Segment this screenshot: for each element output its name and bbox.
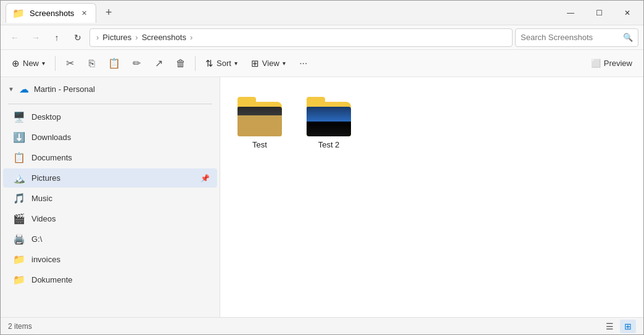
command-separator-1 [55,56,56,71]
new-button[interactable]: ⊕ New ▾ [6,55,51,72]
item-count: 2 items [8,322,32,331]
sidebar-label-pictures: Pictures [31,173,60,183]
folder-preview-test2 [307,107,351,136]
address-sep-2: › [190,33,192,42]
sidebar-item-music[interactable]: 🎵 Music 📌 [3,189,217,208]
folder-front-test [237,107,282,136]
sort-label: Sort [217,59,231,68]
search-input[interactable] [521,33,619,42]
status-bar: 2 items ☰ ⊞ [1,317,643,334]
folder-test[interactable]: Test [230,87,289,154]
sidebar-label-music: Music [31,194,52,203]
address-bar[interactable]: › Pictures › Screenshots › [89,28,513,47]
tab-close-button[interactable]: ✕ [79,8,89,19]
view-label: View [262,59,279,68]
sidebar-item-gdrive[interactable]: 🖨️ G:\ 📌 [3,230,217,249]
file-area: Test Test 2 [220,77,643,317]
tab-folder-icon: 📁 [12,7,25,19]
preview-icon: ⬜ [591,59,601,68]
folder-label-test2: Test 2 [318,140,340,149]
navigation-bar: ← → ↑ ↻ › Pictures › Screenshots › 🔍 [1,25,643,50]
maximize-button[interactable]: ☐ [585,3,613,23]
back-button[interactable]: ← [6,28,24,47]
cut-button[interactable]: ✂ [59,53,80,74]
new-tab-button[interactable]: + [100,4,117,22]
new-label: New [23,59,39,68]
copy-button[interactable]: ⎘ [81,53,102,74]
command-bar: ⊕ New ▾ ✂ ⎘ 📋 ✏ ↗ 🗑 ⇅ Sort ▾ ⊞ View ▾ ··… [1,50,643,77]
folder-test2-thumb [304,92,353,136]
paste-button[interactable]: 📋 [104,53,125,74]
rename-button[interactable]: ✏ [126,53,147,74]
sort-chevron-icon: ▾ [234,60,237,67]
new-chevron-icon: ▾ [42,60,45,67]
grid-view-toggle[interactable]: ⊞ [620,320,636,333]
sidebar-label-downloads: Downloads [31,133,71,142]
sidebar-item-videos[interactable]: 🎬 Videos 📌 [3,209,217,228]
pictures-icon: 🏔️ [13,172,25,184]
more-button[interactable]: ··· [293,53,314,74]
desktop-icon: 🖥️ [13,111,25,123]
account-chevron-icon: ▼ [8,86,14,93]
sidebar-label-gdrive: G:\ [31,234,42,244]
preview-label: Preview [604,59,632,68]
up-button[interactable]: ↑ [47,28,66,47]
sidebar: ▼ ☁ Martin - Personal 🖥️ Desktop 📌 ⬇️ Do… [1,77,220,317]
pin-icon-pictures: 📌 [200,174,210,183]
invoices-icon: 📁 [13,254,25,265]
forward-button[interactable]: → [27,28,45,47]
minimize-button[interactable]: — [557,3,584,23]
folder-test-thumb [235,92,284,136]
new-plus-icon: ⊕ [12,58,20,69]
sidebar-divider [8,104,212,104]
search-icon: 🔍 [623,33,633,42]
view-button[interactable]: ⊞ View ▾ [245,55,292,72]
preview-button[interactable]: ⬜ Preview [585,56,638,71]
account-label: Martin - Personal [34,85,95,94]
window-controls: — ☐ ✕ [557,3,641,23]
folder-label-test: Test [252,140,267,149]
share-button[interactable]: ↗ [148,53,169,74]
sidebar-item-documents[interactable]: 📋 Documents 📌 [3,148,217,167]
dokumente-icon: 📁 [13,274,25,286]
sidebar-label-dokumente: Dokumente [31,275,72,284]
folder-test2[interactable]: Test 2 [299,87,358,154]
sidebar-item-desktop[interactable]: 🖥️ Desktop 📌 [3,107,217,126]
gdrive-icon: 🖨️ [13,233,25,245]
sidebar-item-pictures[interactable]: 🏔️ Pictures 📌 [3,168,217,188]
sidebar-item-invoices[interactable]: 📁 invoices [3,250,217,269]
sidebar-label-invoices: invoices [31,255,60,264]
videos-icon: 🎬 [13,213,25,225]
address-arrow: › [96,33,99,42]
documents-icon: 📋 [13,152,25,163]
address-sep-1: › [135,33,138,42]
view-toggles: ☰ ⊞ [601,320,636,333]
view-chevron-icon: ▾ [283,60,286,67]
sidebar-item-downloads[interactable]: ⬇️ Downloads 📌 [3,128,217,147]
sort-button[interactable]: ⇅ Sort ▾ [199,55,244,72]
sidebar-account-header[interactable]: ▼ ☁ Martin - Personal [1,77,220,101]
folder-front-test2 [307,107,351,136]
search-box[interactable]: 🔍 [515,28,638,47]
downloads-icon: ⬇️ [13,131,25,143]
sidebar-label-documents: Documents [31,153,72,162]
active-tab[interactable]: 📁 Screenshots ✕ [6,3,96,23]
command-separator-2 [195,56,196,71]
sidebar-label-videos: Videos [31,214,56,223]
folder-preview-test1 [237,107,282,136]
list-view-toggle[interactable]: ☰ [601,320,617,333]
delete-button[interactable]: 🗑 [170,53,191,74]
refresh-button[interactable]: ↻ [68,28,87,47]
cloud-icon: ☁ [19,83,29,95]
sidebar-item-dokumente[interactable]: 📁 Dokumente [3,270,217,289]
title-bar: 📁 Screenshots ✕ + — ☐ ✕ [1,1,643,25]
close-button[interactable]: ✕ [614,3,641,23]
breadcrumb-screenshots[interactable]: Screenshots [142,33,186,42]
breadcrumb-pictures[interactable]: Pictures [102,33,131,42]
sort-icon: ⇅ [205,58,213,69]
music-icon: 🎵 [13,192,25,204]
view-icon: ⊞ [251,58,259,69]
tab-area: 📁 Screenshots ✕ + [6,1,557,25]
tab-title: Screenshots [30,9,74,18]
sidebar-label-desktop: Desktop [31,112,61,122]
